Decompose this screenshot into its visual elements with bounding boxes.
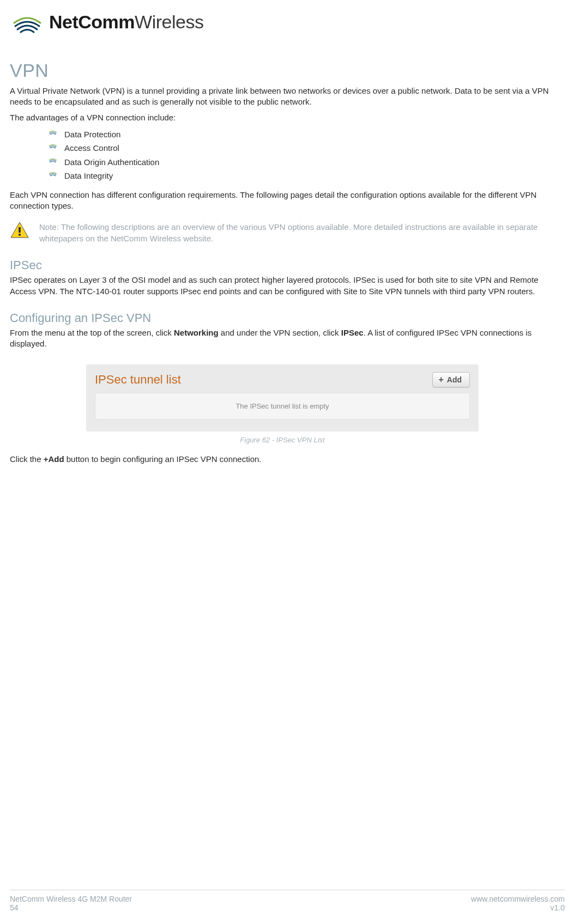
brand-wordmark: NetCommWireless bbox=[49, 11, 203, 33]
note-callout: Note: The following descriptions are an … bbox=[10, 221, 565, 244]
configuring-lead: From the menu at the top of the screen, … bbox=[10, 327, 565, 350]
note-text: Note: The following descriptions are an … bbox=[39, 221, 565, 244]
ipsec-heading: IPSec bbox=[10, 258, 565, 272]
warning-icon bbox=[10, 221, 29, 240]
panel-header: IPSec tunnel list + Add bbox=[95, 372, 470, 387]
text-fragment: and under the VPN section, click bbox=[219, 328, 341, 337]
ipsec-tunnel-panel: IPSec tunnel list + Add The IPSec tunnel… bbox=[86, 364, 479, 431]
add-button-label: Add bbox=[447, 375, 462, 384]
bullet-icon bbox=[49, 143, 57, 150]
brand-name-light: Wireless bbox=[135, 11, 203, 32]
page-footer: NetComm Wireless 4G M2M Router 54 www.ne… bbox=[10, 890, 565, 912]
advantages-list: Data Protection Access Control Data Orig… bbox=[49, 127, 565, 183]
brand-header: NetCommWireless bbox=[13, 10, 565, 34]
add-button-reference: +Add bbox=[44, 454, 64, 464]
menu-networking-label: Networking bbox=[174, 328, 219, 337]
text-fragment: button to begin configuring an IPSec VPN… bbox=[64, 454, 262, 464]
brand-logo-icon bbox=[13, 10, 41, 34]
bullet-icon bbox=[49, 130, 57, 136]
click-add-paragraph: Click the +Add button to begin configuri… bbox=[10, 454, 565, 465]
brand-name-bold: NetComm bbox=[49, 11, 135, 32]
footer-version: v1.0 bbox=[471, 903, 565, 912]
footer-right: www.netcommwireless.com v1.0 bbox=[471, 895, 565, 912]
svg-rect-0 bbox=[19, 227, 21, 233]
page-title: VPN bbox=[10, 60, 565, 81]
footer-url: www.netcommwireless.com bbox=[471, 895, 565, 903]
intro-paragraph-1: A Virtual Private Network (VPN) is a tun… bbox=[10, 86, 565, 108]
footer-product: NetComm Wireless 4G M2M Router bbox=[10, 895, 132, 903]
intro-paragraph-2: The advantages of a VPN connection inclu… bbox=[10, 112, 565, 123]
list-item-label: Data Protection bbox=[64, 130, 120, 139]
text-fragment: From the menu at the top of the screen, … bbox=[10, 328, 174, 337]
footer-page-number: 54 bbox=[10, 903, 132, 912]
svg-rect-1 bbox=[19, 234, 21, 236]
empty-state-text: The IPSec tunnel list is empty bbox=[235, 402, 329, 410]
panel-title: IPSec tunnel list bbox=[95, 373, 181, 387]
empty-state: The IPSec tunnel list is empty bbox=[95, 393, 470, 420]
list-item: Access Control bbox=[49, 141, 565, 155]
bullet-icon bbox=[49, 171, 57, 178]
footer-left: NetComm Wireless 4G M2M Router 54 bbox=[10, 895, 132, 912]
configuring-heading: Configuring an IPSec VPN bbox=[10, 311, 565, 325]
text-fragment: Click the bbox=[10, 454, 44, 464]
add-button[interactable]: + Add bbox=[432, 372, 470, 387]
figure-caption: Figure 62 - IPSec VPN List bbox=[86, 436, 479, 444]
list-item-label: Data Integrity bbox=[64, 171, 113, 180]
ipsec-list-figure: IPSec tunnel list + Add The IPSec tunnel… bbox=[86, 364, 479, 444]
list-item: Data Protection bbox=[49, 127, 565, 142]
list-item-label: Data Origin Authentication bbox=[64, 157, 159, 167]
list-item: Data Origin Authentication bbox=[49, 155, 565, 169]
bullet-icon bbox=[49, 157, 57, 164]
plus-icon: + bbox=[438, 375, 443, 384]
list-item-label: Access Control bbox=[64, 143, 119, 153]
list-item: Data Integrity bbox=[49, 169, 565, 183]
menu-ipsec-label: IPSec bbox=[341, 328, 364, 337]
ipsec-body: IPSec operates on Layer 3 of the OSI mod… bbox=[10, 275, 565, 297]
config-requirements-paragraph: Each VPN connection has different config… bbox=[10, 190, 565, 212]
